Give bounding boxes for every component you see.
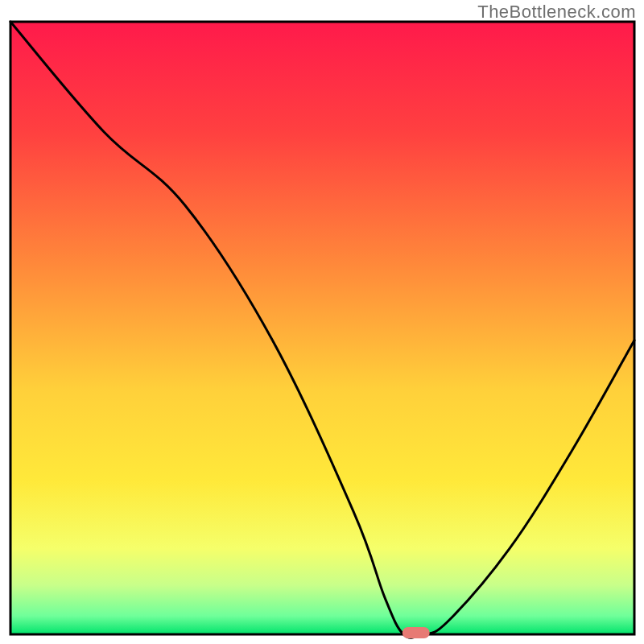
chart-stage: TheBottleneck.com bbox=[0, 0, 644, 644]
minimum-marker bbox=[402, 627, 430, 638]
gradient-background bbox=[10, 22, 634, 634]
bottleneck-chart bbox=[0, 0, 644, 644]
